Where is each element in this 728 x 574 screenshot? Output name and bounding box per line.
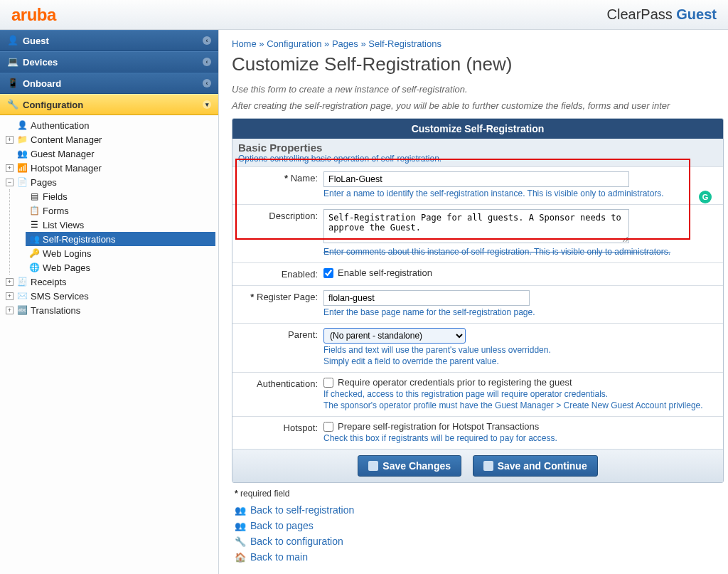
expand-icon[interactable]: +	[6, 164, 14, 172]
chevron-left-icon: ‹	[203, 58, 211, 66]
name-label: Name:	[291, 173, 318, 184]
translate-icon: 🔤	[16, 304, 28, 316]
button-bar: Save Changes Save and Continue	[232, 449, 723, 482]
row-name: * Name: Enter a name to identify the sel…	[232, 166, 723, 204]
tree-fields[interactable]: ▤Fields	[26, 189, 215, 203]
wrench-icon: 🔧	[7, 99, 18, 110]
sidebar: 👤Guest ‹ 💻Devices ‹ 📱Onboard ‹ 🔧Configur…	[0, 30, 219, 574]
nav-guest[interactable]: 👤Guest ‹	[0, 30, 218, 51]
hotspot-ck-label: Prepare self-registration for Hotspot Tr…	[338, 421, 539, 432]
users-icon: 👥	[16, 148, 28, 159]
nav-devices[interactable]: 💻Devices ‹	[0, 51, 218, 73]
regpage-help: Enter the base page name for the self-re…	[323, 307, 717, 317]
onboard-icon: 📱	[7, 78, 18, 89]
expand-icon[interactable]: +	[6, 278, 14, 286]
hotspot-checkbox[interactable]	[323, 422, 333, 432]
description-textarea[interactable]: Self-Registration Page for all guests. A…	[323, 209, 629, 243]
back-icon: 👥	[235, 520, 246, 531]
field-icon: ▤	[28, 191, 40, 202]
product-name: ClearPass	[607, 6, 677, 22]
selfreg-icon: 👥	[28, 233, 40, 245]
enabled-ck-label: Enable self-registration	[338, 267, 432, 278]
regpage-label: Register Page:	[257, 292, 318, 302]
auth-checkbox[interactable]	[323, 378, 333, 388]
nav-tree: 👤Authentication +📁Content Manager 👥Guest…	[0, 115, 218, 323]
save-changes-button[interactable]: Save Changes	[358, 455, 461, 477]
tree-translations[interactable]: +🔤Translations	[3, 303, 215, 317]
form-icon: 📋	[28, 205, 40, 216]
auth-label: Authentication:	[257, 378, 318, 389]
app-header: aruba ClearPass Guest	[0, 0, 728, 30]
tree-hotspot-manager[interactable]: +📶Hotspot Manager	[3, 161, 215, 175]
breadcrumb: Home » Configuration » Pages » Self-Regi…	[232, 38, 724, 49]
tree-web-pages[interactable]: 🌐Web Pages	[26, 260, 215, 275]
tree-authentication[interactable]: 👤Authentication	[3, 118, 215, 132]
form-section: Customize Self-Registration Basic Proper…	[232, 118, 724, 483]
subhead-title: Basic Properties	[238, 142, 717, 154]
row-register-page: * Register Page: Enter the base page nam…	[232, 285, 723, 323]
required-footnote: * required field	[235, 489, 721, 499]
guest-icon: 👤	[7, 35, 18, 46]
tree-content-manager[interactable]: +📁Content Manager	[3, 132, 215, 147]
save-icon	[368, 461, 378, 471]
nav-devices-label: Devices	[23, 57, 58, 68]
register-page-input[interactable]	[323, 290, 530, 306]
grammarly-icon[interactable]: G	[699, 191, 712, 203]
crumb-config[interactable]: Configuration	[267, 38, 321, 49]
tree-receipts[interactable]: +🧾Receipts	[3, 275, 215, 289]
tree-self-registrations[interactable]: 👥Self-Registrations	[26, 232, 215, 246]
hotspot-label: Hotspot:	[284, 422, 318, 433]
enabled-checkbox[interactable]	[323, 268, 333, 278]
expand-icon[interactable]: +	[6, 136, 14, 144]
tree-pages[interactable]: −📄Pages	[3, 175, 215, 189]
link-back-config[interactable]: 🔧Back to configuration	[235, 536, 721, 547]
tree-forms[interactable]: 📋Forms	[26, 203, 215, 218]
name-input[interactable]	[323, 171, 629, 187]
save-continue-button[interactable]: Save and Continue	[473, 455, 598, 477]
row-parent: Parent: (No parent - standalone) Fields …	[232, 323, 723, 372]
tree-list-views[interactable]: ☰List Views	[26, 218, 215, 232]
tree-guest-manager[interactable]: 👥Guest Manager	[3, 147, 215, 161]
nav-onboard-label: Onboard	[23, 78, 61, 89]
receipt-icon: 🧾	[16, 276, 28, 287]
hotspot-help: Check this box if registrants will be re…	[323, 433, 717, 443]
row-authentication: Authentication: Require operator credent…	[232, 372, 723, 416]
link-back-pages[interactable]: 👥Back to pages	[235, 520, 721, 531]
nav-onboard[interactable]: 📱Onboard ‹	[0, 73, 218, 94]
row-enabled: Enabled: Enable self-registration	[232, 262, 723, 285]
webpage-icon: 🌐	[28, 262, 40, 273]
row-description: Description: Self-Registration Page for …	[232, 204, 723, 262]
tree-web-logins[interactable]: 🔑Web Logins	[26, 246, 215, 260]
page-hint-1: Use this form to create a new instance o…	[232, 84, 724, 95]
crumb-home[interactable]: Home	[232, 38, 257, 49]
chevron-left-icon: ‹	[203, 36, 211, 45]
tree-sms-services[interactable]: +✉️SMS Services	[3, 289, 215, 303]
nav-configuration-label: Configuration	[23, 100, 83, 110]
expand-icon[interactable]: +	[6, 292, 14, 300]
section-title: Customize Self-Registration	[232, 119, 723, 139]
page-icon: 📄	[16, 176, 28, 188]
crumb-pages[interactable]: Pages	[332, 38, 358, 49]
row-hotspot: Hotspot: Prepare self-registration for H…	[232, 416, 723, 449]
expand-icon[interactable]: +	[6, 307, 14, 314]
crumb-selfreg[interactable]: Self-Registrations	[368, 38, 441, 49]
auth-help2: The sponsor's operator profile must have…	[323, 400, 717, 410]
page-title: Customize Self-Registration (new)	[232, 53, 724, 75]
collapse-icon[interactable]: −	[6, 179, 14, 186]
link-back-main[interactable]: 🏠Back to main	[235, 551, 721, 563]
link-back-selfreg[interactable]: 👥Back to self-registration	[235, 504, 721, 516]
desc-label: Description:	[269, 211, 318, 221]
parent-help2: Simply edit a field to override the pare…	[323, 356, 717, 366]
chevron-down-icon: ▾	[203, 100, 211, 109]
nav-configuration[interactable]: 🔧Configuration ▾	[0, 94, 218, 115]
product-title: ClearPass Guest	[607, 6, 717, 23]
chevron-left-icon: ‹	[203, 79, 211, 87]
parent-label: Parent:	[288, 329, 318, 340]
name-help: Enter a name to identify the self-regist…	[323, 188, 717, 198]
auth-help1: If checked, access to this registration …	[323, 389, 717, 399]
parent-select[interactable]: (No parent - standalone)	[323, 328, 466, 344]
continue-icon	[483, 461, 493, 471]
user-icon: 👤	[16, 119, 28, 131]
desc-help: Enter comments about this instance of se…	[323, 247, 717, 257]
list-icon: ☰	[28, 219, 40, 230]
